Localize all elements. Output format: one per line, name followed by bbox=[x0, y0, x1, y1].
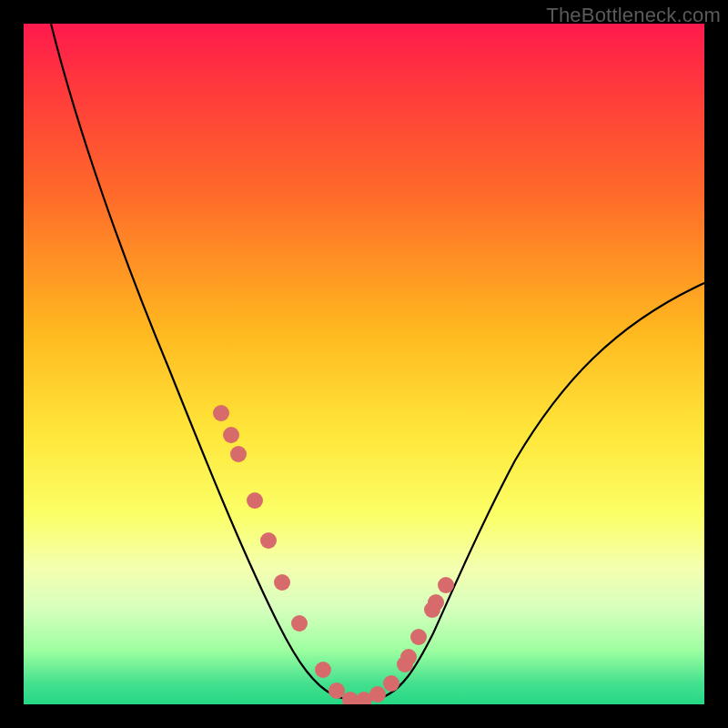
marker-dot bbox=[247, 492, 263, 509]
watermark-text: TheBottleneck.com bbox=[546, 4, 721, 27]
marker-dot bbox=[274, 574, 290, 591]
marker-dot bbox=[410, 629, 427, 645]
curve-markers bbox=[213, 405, 454, 704]
chart-svg bbox=[24, 24, 704, 704]
bottleneck-curve bbox=[51, 24, 704, 700]
marker-dot bbox=[291, 615, 308, 632]
marker-dot bbox=[438, 577, 454, 593]
marker-dot bbox=[428, 594, 444, 611]
marker-dot bbox=[213, 405, 229, 421]
marker-dot bbox=[315, 662, 331, 678]
marker-dot bbox=[400, 649, 417, 665]
marker-dot bbox=[329, 682, 345, 699]
marker-dot bbox=[383, 675, 399, 692]
marker-dot bbox=[369, 686, 386, 703]
marker-dot bbox=[230, 446, 247, 462]
marker-dot bbox=[223, 427, 239, 443]
plot-area bbox=[24, 24, 704, 704]
marker-dot bbox=[260, 532, 277, 549]
chart-frame: TheBottleneck.com bbox=[0, 0, 728, 728]
